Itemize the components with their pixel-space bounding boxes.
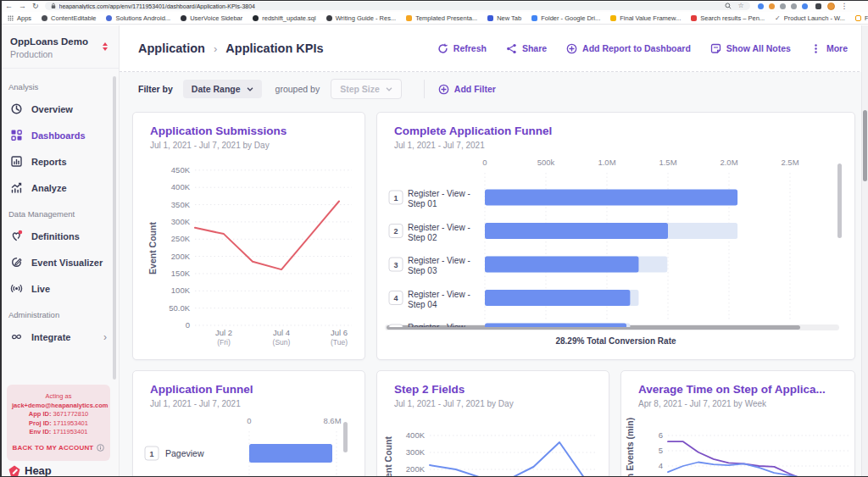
sidebar-scrollbar[interactable] <box>113 76 116 380</box>
bookmark-templated-presenta[interactable]: Templated Presenta... <box>406 14 477 22</box>
chrome-menu-icon[interactable]: ⋮ <box>841 0 849 12</box>
report-title-link[interactable]: Application Submissions <box>150 125 364 137</box>
sidebar-item-event-visualizer[interactable]: Event Visualizer <box>0 249 119 275</box>
favicon <box>855 15 861 21</box>
apps-shortcut[interactable]: Apps <box>8 14 31 22</box>
sidebar-item-live[interactable]: Live <box>0 275 119 302</box>
sidebar-item-reports[interactable]: Reports <box>0 148 119 175</box>
bookmark-contenteditable[interactable]: ContentEditable <box>42 14 96 22</box>
environment-switcher[interactable]: OppLoans Demo Production <box>0 25 119 69</box>
page-scrollbar[interactable] <box>861 25 868 477</box>
report-title-link[interactable]: Average Time on Step of Applica... <box>638 383 854 396</box>
grouped-by-label: grouped by <box>275 84 320 94</box>
report-title-link[interactable]: Complete Application Funnel <box>394 125 854 137</box>
bookmark-search-results-pen[interactable]: Search results – Pen... <box>691 14 765 22</box>
date-range-dropdown[interactable]: Date Range <box>183 80 262 98</box>
header-actions: RefreshShareAdd Report to DashboardShow … <box>437 43 848 54</box>
svg-text:Time Between Events (min): Time Between Events (min) <box>625 418 635 477</box>
favicon <box>691 15 697 21</box>
bookmark-uservoice-sidebar[interactable]: UserVoice Sidebar <box>181 14 242 22</box>
report-subtitle: Jul 1, 2021 - Jul 7, 2021 by Day <box>394 399 609 408</box>
back-icon[interactable]: ← <box>5 0 13 12</box>
extension-clock-icon[interactable] <box>791 3 797 9</box>
svg-text:250K: 250K <box>171 234 191 243</box>
share-button[interactable]: Share <box>506 43 547 54</box>
forward-icon[interactable]: → <box>19 0 26 12</box>
svg-text:2.5M: 2.5M <box>781 158 798 167</box>
extension-blue-icon[interactable] <box>758 3 764 9</box>
sidebar-item-integrate[interactable]: Integrate› <box>0 324 119 350</box>
svg-text:2.0M: 2.0M <box>720 158 737 167</box>
svg-text:150K: 150K <box>171 269 191 278</box>
bookmark-fy2022-roadmap-re[interactable]: FY2022 roadmap re... <box>855 14 868 22</box>
url-bar[interactable]: heapanalytics.com/app/env/1711953401/das… <box>45 2 750 10</box>
sidebar-item-definitions[interactable]: Definitions <box>0 223 119 249</box>
acting-as-panel: Acting as jack+demo@heapanalytics.com Ap… <box>7 385 110 461</box>
zoom-glass-icon[interactable] <box>725 3 732 9</box>
svg-text:1: 1 <box>393 194 398 202</box>
acting-as-email: jack+demo@heapanalytics.com <box>12 402 105 411</box>
breadcrumb-parent[interactable]: Application <box>138 42 205 55</box>
step-size-dropdown[interactable]: Step Size <box>331 79 402 99</box>
sidebar-item-dashboards[interactable]: Dashboards <box>0 122 119 148</box>
bookmark-product-launch-w[interactable]: ✓Product Launch - W... <box>775 14 845 22</box>
browser-chrome: ← → ↻ heapanalytics.com/app/env/17119534… <box>0 0 868 25</box>
bookmark-final-value-framew[interactable]: Final Value Framew... <box>610 14 681 22</box>
acting-id-row: Proj ID: 1711953401 <box>12 419 105 429</box>
bookmark-star-icon[interactable]: ☆ <box>737 2 743 10</box>
filter-by-label: Filter by <box>138 84 173 94</box>
acting-as-title: Acting as <box>12 392 105 402</box>
show-all-notes-button[interactable]: Show All Notes <box>710 43 791 54</box>
svg-text:0: 0 <box>482 158 487 167</box>
svg-text:8.6M: 8.6M <box>323 416 341 425</box>
report-title-link[interactable]: Step 2 Fields <box>394 383 609 396</box>
chevron-down-icon <box>386 87 392 92</box>
bookmark-folder-google-dri[interactable]: Folder - Google Dri... <box>531 14 600 22</box>
svg-text:(Fri): (Fri) <box>217 338 231 347</box>
sidebar-item-overview[interactable]: Overview <box>0 96 119 122</box>
analyze-icon <box>10 181 23 194</box>
profile-avatar[interactable] <box>827 3 835 10</box>
add-filter-button[interactable]: Add Filter <box>438 84 496 95</box>
favicon: ✓ <box>775 15 781 21</box>
svg-text:300K: 300K <box>171 217 191 226</box>
back-to-my-account-link[interactable]: BACK TO MY ACCOUNT <box>12 444 105 453</box>
svg-text:Register - View -: Register - View - <box>408 223 470 232</box>
bookmark-redshift-update-sql[interactable]: redshift_update.sql <box>253 14 315 22</box>
sidebar: OppLoans Demo Production AnalysisOvervie… <box>0 25 120 477</box>
action-label: Add Report to Dashboard <box>582 43 691 53</box>
extension-gray-icon[interactable] <box>780 3 786 9</box>
extension-orange-icon[interactable] <box>769 3 775 9</box>
bookmark-new-tab[interactable]: New Tab <box>487 14 521 22</box>
env-switcher-carets-icon[interactable] <box>103 42 108 51</box>
more-button[interactable]: More <box>810 43 848 54</box>
bookmark-solutions-android[interactable]: Solutions Android... <box>106 14 170 22</box>
heap-logo[interactable]: Heap <box>8 464 52 477</box>
share-icon <box>506 43 517 54</box>
bookmark-writing-guide-res[interactable]: Writing Guide - Res... <box>326 14 397 22</box>
extensions-puzzle-icon[interactable] <box>815 3 821 9</box>
reports-icon <box>10 155 23 168</box>
svg-text:5: 5 <box>659 446 663 455</box>
sidebar-section-data-management: Data Management <box>0 201 119 223</box>
bookmarks-bar: Apps ContentEditableSolutions Android...… <box>0 12 868 25</box>
main-content: Application › Application KPIs RefreshSh… <box>120 25 868 477</box>
screenshot-border-left <box>0 0 2 477</box>
card-application-funnel: Application Funnel Jul 1, 2021 - Jul 7, … <box>132 370 365 477</box>
svg-text:4: 4 <box>659 461 663 470</box>
report-title-link[interactable]: Application Funnel <box>150 383 364 396</box>
reload-icon[interactable]: ↻ <box>32 0 39 12</box>
svg-text:6: 6 <box>659 430 663 440</box>
bookmark-label: Product Launch - W... <box>784 14 845 22</box>
live-icon <box>10 282 23 295</box>
sidebar-item-analyze[interactable]: Analyze <box>0 175 119 201</box>
add-report-to-dashboard-button[interactable]: Add Report to Dashboard <box>566 43 691 54</box>
extension-blue2-icon[interactable] <box>802 3 808 9</box>
apps-label: Apps <box>17 14 31 22</box>
report-subtitle: Apr 8, 2021 - Jul 7, 2021 by Week <box>638 399 854 408</box>
plus-circle-icon <box>438 84 449 95</box>
refresh-button[interactable]: Refresh <box>437 43 487 54</box>
svg-text:0: 0 <box>247 416 251 425</box>
action-label: Refresh <box>453 43 487 53</box>
card-application-submissions: Application Submissions Jul 1, 2021 - Ju… <box>132 112 365 360</box>
